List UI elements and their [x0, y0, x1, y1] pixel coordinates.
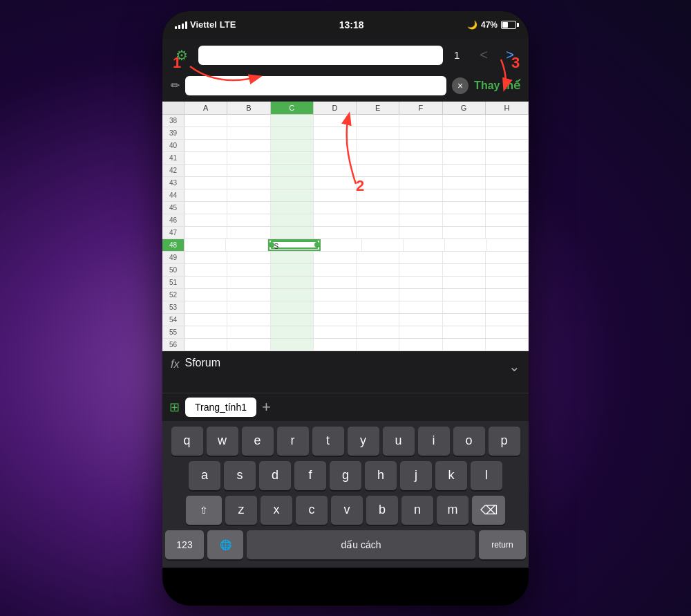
cell-48-D[interactable] — [321, 239, 362, 251]
cell-45-G[interactable] — [443, 202, 486, 214]
cell-46-A[interactable] — [184, 214, 227, 226]
cell-56-G[interactable] — [443, 339, 486, 351]
cell-47-F[interactable] — [399, 227, 442, 239]
cell-45-E[interactable] — [357, 202, 399, 214]
cell-51-H[interactable] — [486, 277, 529, 288]
cell-51-D[interactable] — [314, 277, 357, 288]
col-header-h[interactable]: H — [486, 102, 529, 114]
cell-56-A[interactable] — [184, 339, 227, 351]
cell-49-H[interactable] — [486, 252, 529, 263]
cell-39-C[interactable] — [271, 127, 314, 139]
cell-40-D[interactable] — [314, 140, 357, 151]
cell-48-F[interactable] — [404, 239, 445, 251]
cell-53-B[interactable] — [227, 301, 270, 313]
cell-44-G[interactable] — [443, 189, 486, 201]
cell-46-F[interactable] — [399, 214, 442, 226]
key-j[interactable]: j — [400, 461, 432, 490]
key-d[interactable]: d — [259, 461, 291, 490]
cell-55-F[interactable] — [399, 326, 442, 338]
col-header-e[interactable]: E — [357, 102, 399, 114]
key-c[interactable]: c — [296, 496, 328, 525]
cell-50-A[interactable] — [184, 264, 227, 276]
cell-44-E[interactable] — [357, 189, 399, 201]
key-u[interactable]: u — [383, 427, 415, 456]
emoji-key[interactable]: 🌐 — [207, 530, 243, 559]
cell-53-C[interactable] — [271, 301, 314, 313]
prev-result-button[interactable]: < — [473, 45, 494, 66]
cell-51-B[interactable] — [227, 277, 270, 288]
cell-42-D[interactable] — [314, 165, 357, 176]
cell-46-D[interactable] — [314, 214, 357, 226]
cell-48-B[interactable] — [226, 239, 267, 251]
space-key[interactable]: dấu cách — [247, 530, 475, 559]
cell-47-H[interactable] — [486, 227, 529, 239]
numbers-key[interactable]: 123 — [165, 530, 204, 559]
cell-49-G[interactable] — [443, 252, 486, 263]
key-k[interactable]: k — [435, 461, 467, 490]
key-z[interactable]: z — [225, 496, 257, 525]
col-header-g[interactable]: G — [443, 102, 486, 114]
cell-53-H[interactable] — [486, 301, 529, 313]
shift-key[interactable]: ⇧ — [186, 496, 222, 525]
cell-55-B[interactable] — [227, 326, 270, 338]
cell-44-A[interactable] — [184, 189, 227, 201]
cell-44-F[interactable] — [399, 189, 442, 201]
cell-54-F[interactable] — [399, 314, 442, 326]
cell-47-B[interactable] — [227, 227, 270, 239]
cell-38-H[interactable] — [486, 115, 529, 127]
cell-54-C[interactable] — [271, 314, 314, 326]
cell-50-F[interactable] — [399, 264, 442, 276]
clear-button[interactable]: × — [452, 77, 468, 94]
key-a[interactable]: a — [189, 461, 220, 490]
cell-53-F[interactable] — [399, 301, 442, 313]
cell-50-C[interactable] — [271, 264, 314, 276]
cell-38-B[interactable] — [227, 115, 270, 127]
key-x[interactable]: x — [261, 496, 292, 525]
cell-45-B[interactable] — [227, 202, 270, 214]
next-result-button[interactable]: > — [500, 45, 520, 66]
cell-43-H[interactable] — [486, 177, 529, 189]
cell-40-C[interactable] — [271, 140, 314, 151]
key-l[interactable]: l — [471, 461, 502, 490]
cell-45-H[interactable] — [486, 202, 529, 214]
cell-38-E[interactable] — [357, 115, 399, 127]
cell-55-G[interactable] — [443, 326, 486, 338]
key-b[interactable]: b — [366, 496, 398, 525]
cell-48-H[interactable] — [487, 239, 529, 251]
cell-55-A[interactable] — [184, 326, 227, 338]
cell-41-G[interactable] — [443, 152, 486, 164]
cell-43-E[interactable] — [357, 177, 399, 189]
key-e[interactable]: e — [242, 427, 274, 456]
col-header-c[interactable]: C — [271, 102, 314, 114]
cell-45-A[interactable] — [184, 202, 227, 214]
cell-38-F[interactable] — [399, 115, 442, 127]
cell-54-A[interactable] — [184, 314, 227, 326]
cell-54-H[interactable] — [486, 314, 529, 326]
cell-41-B[interactable] — [227, 152, 270, 164]
cell-49-F[interactable] — [399, 252, 442, 263]
cell-49-A[interactable] — [184, 252, 227, 263]
cell-42-G[interactable] — [443, 165, 486, 176]
cell-56-B[interactable] — [227, 339, 270, 351]
key-w[interactable]: w — [207, 427, 238, 456]
cell-39-B[interactable] — [227, 127, 270, 139]
cell-42-B[interactable] — [227, 165, 270, 176]
cell-39-F[interactable] — [399, 127, 442, 139]
cell-38-A[interactable] — [184, 115, 227, 127]
cell-53-E[interactable] — [357, 301, 399, 313]
cell-52-D[interactable] — [314, 289, 357, 301]
key-r[interactable]: r — [277, 427, 309, 456]
cell-42-E[interactable] — [357, 165, 399, 176]
cell-48-E[interactable] — [362, 239, 404, 251]
cell-47-D[interactable] — [314, 227, 357, 239]
cell-39-H[interactable] — [486, 127, 529, 139]
cell-52-A[interactable] — [184, 289, 227, 301]
cell-54-G[interactable] — [443, 314, 486, 326]
key-y[interactable]: y — [348, 427, 379, 456]
gear-button[interactable]: ⚙ — [171, 44, 193, 66]
key-i[interactable]: i — [418, 427, 450, 456]
cell-56-F[interactable] — [399, 339, 442, 351]
cell-44-H[interactable] — [486, 189, 529, 201]
cell-54-E[interactable] — [357, 314, 399, 326]
cell-41-F[interactable] — [399, 152, 442, 164]
